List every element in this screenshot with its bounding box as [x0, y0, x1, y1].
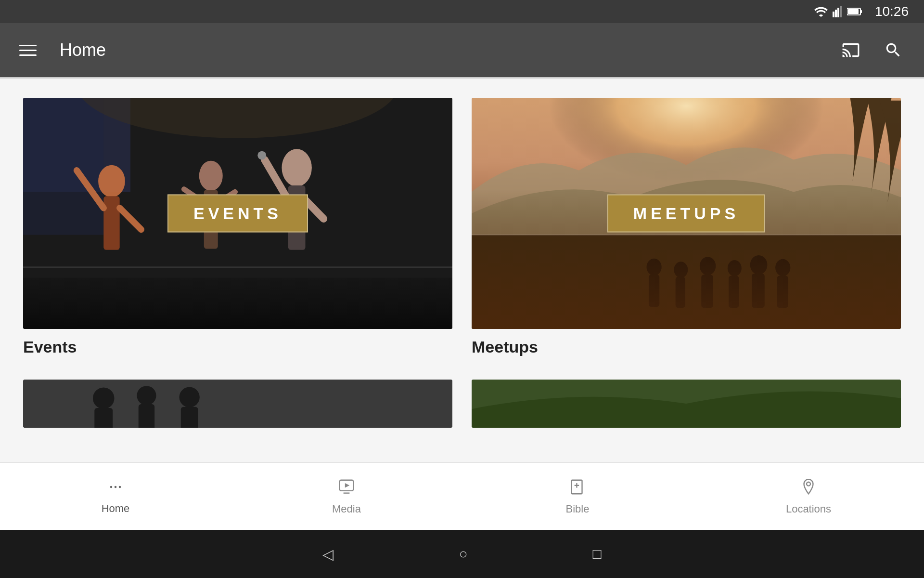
svg-rect-9 [23, 98, 103, 235]
home-nav-icon [107, 478, 124, 499]
wifi-icon [814, 6, 828, 17]
back-button[interactable]: ◁ [322, 546, 334, 563]
svg-rect-42 [23, 380, 452, 428]
svg-rect-41 [777, 276, 788, 308]
status-time: 10:26 [875, 4, 909, 19]
svg-rect-46 [139, 404, 154, 428]
locations-nav-label: Locations [786, 503, 831, 515]
home-nav-label: Home [102, 502, 130, 515]
main-content: EVENTS Events [0, 79, 924, 462]
media-nav-icon [337, 478, 356, 499]
svg-rect-31 [649, 275, 659, 307]
bible-nav-label: Bible [566, 503, 590, 515]
app-title: Home [60, 40, 839, 60]
cast-button[interactable] [839, 39, 862, 62]
meetups-card-image-wrapper: MEETUPS [472, 98, 901, 329]
svg-rect-2 [837, 8, 839, 17]
svg-rect-37 [729, 276, 739, 308]
svg-point-36 [728, 260, 742, 276]
cards-row: EVENTS Events [23, 98, 901, 356]
app-bar: Home [0, 23, 924, 77]
cards-row-2 [23, 380, 901, 428]
svg-point-47 [179, 387, 199, 407]
meetups-label: MEETUPS [607, 195, 765, 233]
svg-rect-24 [23, 278, 452, 329]
app-bar-actions [839, 39, 905, 62]
android-nav-bar: ◁ ○ □ [0, 530, 924, 578]
svg-point-30 [646, 259, 661, 276]
card-3[interactable] [23, 380, 452, 428]
status-bar: 10:26 [0, 0, 924, 23]
svg-point-22 [257, 151, 266, 160]
events-card-title: Events [23, 338, 452, 356]
svg-point-40 [775, 259, 790, 276]
nav-item-bible[interactable]: Bible [462, 463, 693, 530]
search-button[interactable] [882, 39, 905, 62]
card-4[interactable] [472, 380, 901, 428]
nav-item-locations[interactable]: Locations [693, 463, 924, 530]
svg-point-43 [93, 388, 115, 409]
svg-rect-5 [848, 9, 859, 14]
events-card-image-wrapper: EVENTS [23, 98, 452, 329]
home-button[interactable]: ○ [459, 546, 467, 562]
svg-point-32 [674, 262, 688, 277]
svg-rect-0 [833, 12, 834, 17]
status-icons: 10:26 [814, 4, 909, 19]
bible-nav-icon [568, 478, 587, 499]
svg-point-38 [750, 255, 768, 275]
svg-point-15 [199, 161, 223, 191]
svg-rect-12 [103, 196, 119, 250]
svg-rect-35 [701, 275, 713, 308]
events-label: EVENTS [167, 195, 308, 233]
svg-point-59 [807, 482, 810, 486]
svg-point-50 [110, 486, 113, 488]
meetups-card[interactable]: MEETUPS Meetups [472, 98, 901, 356]
signal-icon [833, 6, 842, 17]
bottom-nav: Home Media Bible [0, 462, 924, 530]
svg-point-51 [115, 486, 117, 488]
svg-marker-54 [345, 483, 350, 488]
svg-point-19 [282, 149, 311, 186]
locations-nav-icon [799, 478, 818, 499]
svg-rect-48 [181, 407, 198, 428]
svg-rect-28 [472, 235, 901, 329]
hamburger-menu-button[interactable] [19, 45, 37, 56]
meetups-card-title: Meetups [472, 338, 901, 356]
nav-item-media[interactable]: Media [231, 463, 462, 530]
svg-rect-1 [835, 10, 837, 17]
svg-point-11 [98, 165, 125, 197]
recents-button[interactable]: □ [593, 546, 602, 562]
nav-item-home[interactable]: Home [0, 463, 231, 530]
events-card[interactable]: EVENTS Events [23, 98, 452, 356]
svg-point-34 [700, 257, 716, 275]
svg-rect-39 [752, 274, 765, 308]
svg-point-45 [137, 386, 156, 405]
battery-icon [847, 7, 862, 16]
svg-rect-3 [840, 6, 842, 17]
svg-rect-44 [94, 408, 113, 428]
svg-rect-6 [860, 10, 862, 13]
events-label-overlay: EVENTS [167, 195, 308, 233]
media-nav-label: Media [332, 503, 361, 515]
svg-point-52 [119, 486, 121, 488]
meetups-label-overlay: MEETUPS [607, 195, 765, 233]
svg-rect-33 [676, 277, 685, 308]
